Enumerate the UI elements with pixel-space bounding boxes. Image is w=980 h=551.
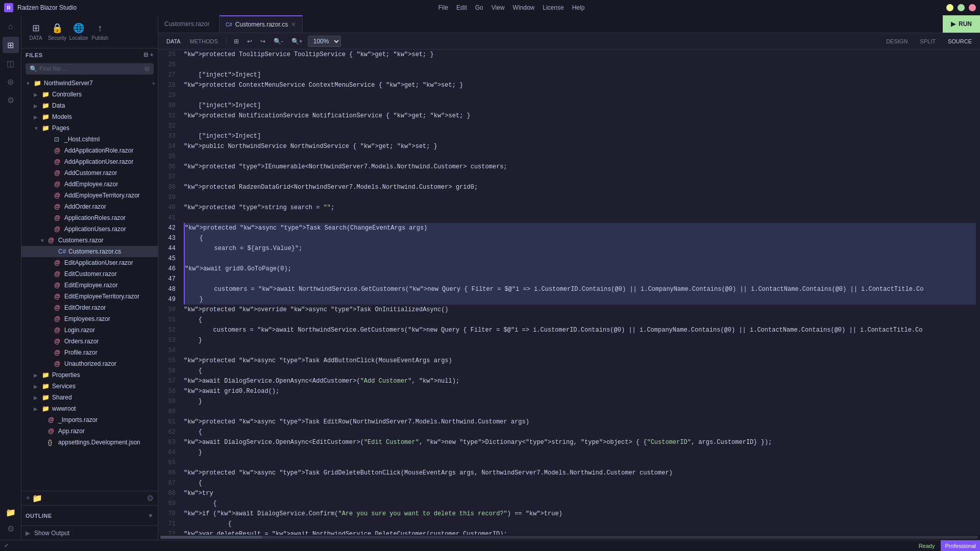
code-line-50[interactable]: "kw">protected "kw">override "kw">async … bbox=[184, 305, 976, 315]
activity-home[interactable]: ⌂ bbox=[3, 18, 19, 35]
code-line-72[interactable]: "kw">var deleteResult = "kw">await North… bbox=[184, 529, 976, 535]
tree-item-edit-app-user[interactable]: @ EditApplicationUser.razor bbox=[21, 257, 158, 268]
tree-item-wwwroot[interactable]: ▶ 📁 wwwroot bbox=[21, 403, 158, 414]
scrollbar-thumb[interactable] bbox=[160, 536, 262, 539]
tree-item-unauthorized[interactable]: @ Unauthorized.razor bbox=[21, 358, 158, 369]
code-line-70[interactable]: "kw">if ("kw">await DialogService.Confir… bbox=[184, 509, 976, 519]
code-line-41[interactable] bbox=[184, 213, 976, 223]
code-line-42[interactable]: "kw">protected "kw">async "type">Task Se… bbox=[184, 223, 976, 233]
toolbar-publish[interactable]: ↑ Publish bbox=[90, 18, 110, 45]
tree-item-shared[interactable]: ▶ 📁 Shared bbox=[21, 392, 158, 403]
tree-item-add-employee[interactable]: @ AddEmployee.razor bbox=[21, 179, 158, 190]
code-line-47[interactable] bbox=[184, 274, 976, 284]
tree-item-add-app-role[interactable]: @ AddApplicationRole.razor bbox=[21, 145, 158, 156]
code-line-45[interactable] bbox=[184, 254, 976, 264]
code-line-64[interactable]: } bbox=[184, 447, 976, 458]
run-button[interactable]: ▶ RUN bbox=[943, 15, 980, 33]
design-view-btn[interactable]: DESIGN bbox=[882, 37, 912, 45]
menu-view[interactable]: View bbox=[492, 4, 505, 11]
menu-license[interactable]: License bbox=[543, 4, 564, 11]
activity-components[interactable]: ◫ bbox=[3, 55, 19, 71]
activity-files-bottom[interactable]: 📁 bbox=[3, 504, 19, 520]
menu-file[interactable]: File bbox=[438, 4, 448, 11]
code-line-59[interactable]: } bbox=[184, 396, 976, 407]
code-line-63[interactable]: "kw">await DialogService.OpenAsync<EditC… bbox=[184, 437, 976, 447]
code-line-66[interactable]: "kw">protected "kw">async "type">Task Gr… bbox=[184, 468, 976, 478]
toolbar-security[interactable]: 🔒 Security bbox=[47, 18, 67, 45]
code-line-52[interactable]: customers = "kw">await NorthwindService.… bbox=[184, 325, 976, 335]
tab-close-icon[interactable]: ✕ bbox=[291, 21, 296, 28]
activity-services[interactable]: ⚙ bbox=[3, 92, 19, 108]
tree-item-imports[interactable]: @ _Imports.razor bbox=[21, 414, 158, 425]
tree-item-app-roles[interactable]: @ ApplicationRoles.razor bbox=[21, 212, 158, 223]
tree-item-properties[interactable]: ▶ 📁 Properties bbox=[21, 369, 158, 381]
code-line-29[interactable] bbox=[184, 90, 976, 101]
add-file-icon[interactable]: + bbox=[150, 52, 154, 58]
menu-help[interactable]: Help bbox=[572, 4, 585, 11]
grid-view-icon[interactable]: ⊞ bbox=[144, 65, 150, 72]
tree-item-edit-emp-territory[interactable]: @ EditEmployeeTerritory.razor bbox=[21, 291, 158, 302]
toolbar-data[interactable]: ⊞ DATA bbox=[26, 18, 46, 45]
code-line-36[interactable]: "kw">protected "type">IEnumerable<Northw… bbox=[184, 162, 976, 172]
tree-item-models[interactable]: ▶ 📁 Models bbox=[21, 111, 158, 122]
tree-item-orders[interactable]: @ Orders.razor bbox=[21, 336, 158, 347]
tree-item-customers-folder[interactable]: ▼ @ Customers.razor bbox=[21, 235, 158, 246]
code-line-49[interactable]: } bbox=[184, 294, 976, 305]
code-line-35[interactable] bbox=[184, 152, 976, 162]
tab-customers-razor-cs[interactable]: C# Customers.razor.cs ✕ bbox=[219, 15, 303, 33]
tree-item-edit-order[interactable]: @ EditOrder.razor bbox=[21, 302, 158, 313]
tree-item-add-app-user[interactable]: @ AddApplicationUser.razor bbox=[21, 156, 158, 167]
tree-item-customers-razor-cs[interactable]: C# Customers.razor.cs bbox=[21, 246, 158, 257]
toolbar-localize[interactable]: 🌐 Localize bbox=[68, 18, 89, 45]
code-line-48[interactable]: customers = "kw">await NorthwindService.… bbox=[184, 284, 976, 294]
tree-item-edit-customer[interactable]: @ EditCustomer.razor bbox=[21, 268, 158, 280]
code-line-30[interactable]: ["inject">Inject] bbox=[184, 101, 976, 111]
code-line-27[interactable]: ["inject">Inject] bbox=[184, 70, 976, 80]
tree-item-data[interactable]: ▶ 📁 Data bbox=[21, 100, 158, 111]
close-button[interactable] bbox=[969, 4, 976, 11]
tree-item-add-order[interactable]: @ AddOrder.razor bbox=[21, 201, 158, 212]
code-line-57[interactable]: "kw">await DialogService.OpenAsync<AddCu… bbox=[184, 376, 976, 386]
tree-item-edit-employee[interactable]: @ EditEmployee.razor bbox=[21, 280, 158, 291]
code-line-46[interactable]: "kw">await grid0.GoToPage(0); bbox=[184, 264, 976, 274]
tree-item-controllers[interactable]: ▶ 📁 Controllers bbox=[21, 89, 158, 100]
code-line-34[interactable]: "kw">public NorthwindService NorthwindSe… bbox=[184, 141, 976, 152]
code-line-68[interactable]: "kw">try bbox=[184, 488, 976, 498]
code-line-43[interactable]: { bbox=[184, 233, 976, 243]
tab-customers-razor[interactable]: Customers.razor bbox=[158, 15, 219, 33]
maximize-button[interactable] bbox=[958, 4, 965, 11]
code-line-28[interactable]: "kw">protected ContextMenuService Contex… bbox=[184, 80, 976, 90]
settings-bottom-icon[interactable]: ⚙ bbox=[146, 493, 154, 503]
activity-datasources[interactable]: ⊛ bbox=[3, 73, 19, 90]
methods-tab[interactable]: METHODS bbox=[186, 37, 222, 45]
add-item-icon[interactable]: + bbox=[152, 79, 156, 87]
code-line-39[interactable] bbox=[184, 192, 976, 203]
code-line-56[interactable]: { bbox=[184, 366, 976, 376]
split-view-btn[interactable]: SPLIT bbox=[916, 37, 940, 45]
tree-item-pages[interactable]: ▼ 📁 Pages bbox=[21, 122, 158, 134]
code-line-54[interactable] bbox=[184, 345, 976, 356]
code-line-40[interactable]: "kw">protected "type">string search = ""… bbox=[184, 203, 976, 213]
code-line-69[interactable]: { bbox=[184, 498, 976, 509]
tree-item-appsettings[interactable]: {} appsettings.Development.json bbox=[21, 437, 158, 448]
menu-window[interactable]: Window bbox=[513, 4, 535, 11]
code-line-44[interactable]: search = ${args.Value}"; bbox=[184, 243, 976, 254]
code-line-67[interactable]: { bbox=[184, 478, 976, 488]
code-line-55[interactable]: "kw">protected "kw">async "type">Task Ad… bbox=[184, 356, 976, 366]
add-folder-button[interactable]: 📁 bbox=[32, 493, 42, 503]
tree-item-app-users[interactable]: @ ApplicationUsers.razor bbox=[21, 223, 158, 235]
code-line-71[interactable]: { bbox=[184, 519, 976, 529]
activity-explorer[interactable]: ⊞ bbox=[3, 37, 19, 53]
designer-icon-btn[interactable]: ⊞ bbox=[231, 37, 242, 46]
code-line-33[interactable]: ["inject">Inject] bbox=[184, 131, 976, 141]
code-line-58[interactable]: "kw">await grid0.Reload(); bbox=[184, 386, 976, 396]
tree-item-services[interactable]: ▶ 📁 Services bbox=[21, 381, 158, 392]
zoom-out-button[interactable]: 🔍- bbox=[271, 37, 286, 46]
tree-item-add-customer[interactable]: @ AddCustomer.razor bbox=[21, 167, 158, 179]
horizontal-scrollbar[interactable] bbox=[158, 535, 980, 540]
code-line-37[interactable] bbox=[184, 172, 976, 182]
zoom-in-button[interactable]: 🔍+ bbox=[288, 37, 306, 46]
code-line-31[interactable]: "kw">protected NotificationService Notif… bbox=[184, 111, 976, 121]
source-view-btn[interactable]: SOURCE bbox=[944, 37, 976, 45]
menu-go[interactable]: Go bbox=[475, 4, 483, 11]
